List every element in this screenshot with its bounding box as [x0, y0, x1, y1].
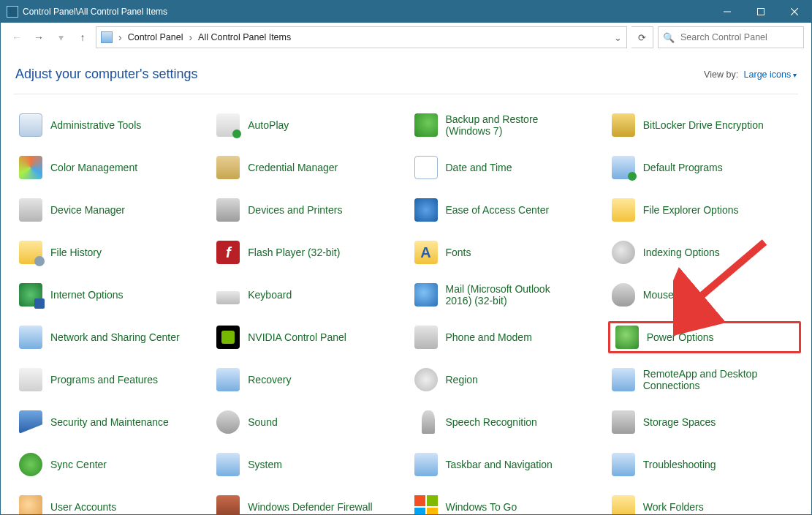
speech-icon: [414, 410, 439, 435]
cp-item-phone[interactable]: Phone and Modem: [411, 321, 604, 353]
view-by-value[interactable]: Large icons: [744, 69, 797, 80]
back-button[interactable]: ←: [8, 29, 26, 46]
cp-item-inet[interactable]: Internet Options: [15, 279, 208, 311]
cp-item-taskbar[interactable]: Taskbar and Navigation: [411, 448, 604, 481]
cp-item-secmaint[interactable]: Security and Maintenance: [15, 406, 208, 438]
cp-item-wtg[interactable]: Windows To Go: [411, 491, 604, 515]
fonts-icon: A: [414, 240, 439, 265]
cp-item-label: Mail (Microsoft Outlook 2016) (32-bit): [446, 283, 577, 307]
ease-icon: [414, 198, 439, 222]
cp-item-label: Indexing Options: [643, 247, 720, 258]
minimize-button[interactable]: [710, 1, 744, 23]
cp-item-autoplay[interactable]: AutoPlay: [213, 109, 406, 141]
cp-item-label: NVIDIA Control Panel: [248, 331, 346, 343]
flash-icon: f: [216, 240, 240, 265]
cp-item-index[interactable]: Indexing Options: [608, 236, 801, 268]
firewall-icon: [216, 495, 240, 515]
view-by: View by: Large icons: [704, 69, 797, 80]
cp-item-filehist[interactable]: File History: [15, 236, 208, 268]
cp-item-storage[interactable]: Storage Spaces: [608, 406, 801, 438]
nav-row: ← → ▾ ↑ Control Panel All Control Panel …: [1, 23, 811, 52]
admin-icon: [18, 113, 43, 138]
cp-item-datetime[interactable]: Date and Time: [411, 151, 604, 184]
cp-item-label: Backup and Restore (Windows 7): [446, 113, 577, 137]
cp-item-bitlocker[interactable]: BitLocker Drive Encryption: [608, 109, 801, 141]
cp-item-label: Taskbar and Navigation: [446, 459, 553, 470]
cp-item-keyboard[interactable]: Keyboard: [213, 279, 406, 311]
cp-item-admin[interactable]: Administrative Tools: [15, 109, 208, 141]
cp-item-cred[interactable]: Credential Manager: [213, 151, 406, 184]
cp-item-label: User Accounts: [50, 501, 116, 513]
network-icon: [18, 325, 43, 350]
datetime-icon: [414, 155, 439, 180]
default-icon: [611, 155, 636, 180]
page-title: Adjust your computer's settings: [15, 67, 704, 82]
cp-item-fonts[interactable]: AFonts: [411, 236, 604, 268]
cp-item-label: AutoPlay: [248, 119, 289, 131]
cp-item-label: Phone and Modem: [446, 331, 532, 343]
color-icon: [18, 155, 43, 180]
cp-item-mail[interactable]: Mail (Microsoft Outlook 2016) (32-bit): [411, 279, 604, 311]
svg-rect-1: [758, 9, 764, 15]
cp-item-workfold[interactable]: Work Folders: [608, 491, 801, 515]
cp-item-recovery[interactable]: Recovery: [213, 364, 406, 396]
cp-item-label: Mouse: [643, 289, 674, 301]
forward-button[interactable]: →: [30, 29, 48, 46]
divider: [14, 94, 798, 94]
cp-item-label: Date and Time: [446, 162, 512, 173]
search-box[interactable]: 🔍: [658, 26, 804, 48]
cp-item-mouse[interactable]: Mouse: [608, 279, 801, 311]
region-icon: [414, 367, 439, 392]
search-input[interactable]: [679, 31, 799, 43]
cp-item-color[interactable]: Color Management: [15, 151, 208, 184]
cp-item-trouble[interactable]: Troubleshooting: [608, 448, 801, 481]
bitlocker-icon: [611, 113, 636, 138]
cp-item-label: BitLocker Drive Encryption: [643, 119, 764, 131]
breadcrumb-root[interactable]: Control Panel: [128, 32, 183, 42]
cp-item-speech[interactable]: Speech Recognition: [411, 406, 604, 438]
cp-item-ease[interactable]: Ease of Access Center: [411, 194, 604, 226]
cp-item-label: Sync Center: [50, 459, 107, 470]
remote-icon: [611, 367, 636, 392]
cp-item-sound[interactable]: Sound: [213, 406, 406, 438]
recent-dropdown[interactable]: ▾: [52, 29, 69, 46]
heading-row: Adjust your computer's settings View by:…: [1, 52, 811, 94]
cp-item-label: Credential Manager: [248, 162, 338, 173]
cp-item-system[interactable]: System: [213, 448, 406, 481]
cp-item-fileexp[interactable]: File Explorer Options: [608, 194, 801, 226]
progs-icon: [18, 367, 43, 392]
cp-item-label: Fonts: [446, 247, 471, 258]
cp-item-nvidia[interactable]: NVIDIA Control Panel: [213, 321, 406, 353]
cp-item-remote[interactable]: RemoteApp and Desktop Connections: [608, 364, 801, 396]
cp-item-devman[interactable]: Device Manager: [15, 194, 208, 226]
cp-item-default[interactable]: Default Programs: [608, 151, 801, 184]
breadcrumb-leaf[interactable]: All Control Panel Items: [198, 32, 291, 42]
cp-item-label: Windows To Go: [446, 501, 517, 513]
close-button[interactable]: [778, 1, 811, 23]
address-dropdown-icon[interactable]: ⌄: [614, 32, 622, 43]
cp-item-label: File History: [50, 247, 102, 258]
cp-item-label: System: [248, 459, 282, 470]
address-bar[interactable]: Control Panel All Control Panel Items ⌄: [96, 26, 627, 48]
cp-item-label: Network and Sharing Center: [50, 331, 180, 343]
cp-item-firewall[interactable]: Windows Defender Firewall: [213, 491, 406, 515]
maximize-button[interactable]: [744, 1, 778, 23]
control-panel-grid: Administrative ToolsAutoPlayBackup and R…: [1, 106, 811, 515]
up-button[interactable]: ↑: [74, 29, 91, 46]
cp-item-flash[interactable]: fFlash Player (32-bit): [213, 236, 406, 268]
cp-item-backup[interactable]: Backup and Restore (Windows 7): [411, 109, 604, 141]
cp-item-users[interactable]: User Accounts: [15, 491, 208, 515]
cp-item-devprint[interactable]: Devices and Printers: [213, 194, 406, 226]
cp-item-network[interactable]: Network and Sharing Center: [15, 321, 208, 353]
refresh-button[interactable]: ⟳: [631, 26, 653, 48]
cp-item-label: Device Manager: [50, 204, 125, 216]
sound-icon: [216, 410, 240, 435]
cp-item-power[interactable]: Power Options: [608, 321, 801, 353]
cp-item-label: Ease of Access Center: [446, 204, 550, 216]
system-icon: [216, 452, 240, 477]
cp-item-label: Keyboard: [248, 289, 292, 301]
cp-item-sync[interactable]: Sync Center: [15, 448, 208, 481]
devman-icon: [18, 198, 43, 222]
cp-item-progs[interactable]: Programs and Features: [15, 364, 208, 396]
cp-item-region[interactable]: Region: [411, 364, 604, 396]
